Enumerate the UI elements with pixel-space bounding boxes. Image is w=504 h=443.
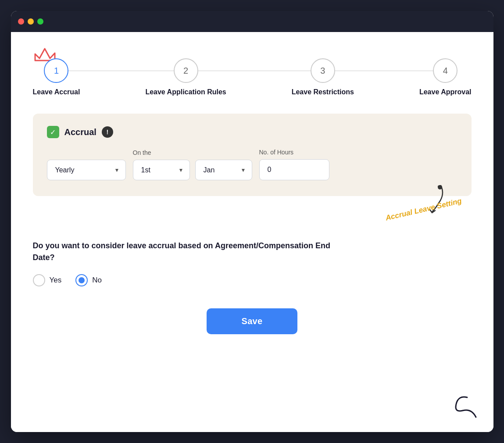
step-4[interactable]: 4 Leave Approval (419, 58, 472, 96)
accrual-fields: Daily Weekly Monthly Yearly ▼ On the (47, 149, 458, 180)
save-button[interactable]: Save (207, 308, 298, 334)
step-circle-3: 3 (311, 58, 335, 83)
frequency-field: Daily Weekly Monthly Yearly ▼ (47, 160, 126, 180)
radio-label-yes: Yes (50, 276, 62, 285)
radio-circle-yes (33, 274, 45, 286)
frequency-select[interactable]: Daily Weekly Monthly Yearly (47, 160, 126, 180)
info-icon[interactable]: ! (102, 126, 113, 138)
step-label-2: Leave Application Rules (145, 88, 226, 96)
accrual-checkbox[interactable]: ✓ (47, 126, 59, 138)
hours-field: No. of Hours (259, 149, 329, 180)
close-button[interactable] (18, 18, 24, 25)
maximize-button[interactable] (37, 18, 43, 25)
app-window: 1 Leave Accrual 2 Leave Application Rule… (11, 11, 493, 432)
hours-label: No. of Hours (259, 149, 329, 156)
radio-circle-no (75, 274, 88, 286)
day-select-wrapper: 1st 2nd 3rd 4th 5th 10th 15th 20th 25th … (133, 160, 190, 180)
minimize-button[interactable] (28, 18, 34, 25)
stepper: 1 Leave Accrual 2 Leave Application Rule… (33, 58, 472, 96)
on-the-field: On the 1st 2nd 3rd 4th 5th 10th 15th (133, 149, 252, 180)
step-label-3: Leave Restrictions (292, 88, 354, 96)
step-circle-4: 4 (433, 58, 458, 83)
radio-no[interactable]: No (75, 274, 102, 286)
annotation-area: Accrual Leave Setting (415, 181, 450, 218)
main-content: 1 Leave Accrual 2 Leave Application Rule… (11, 32, 493, 432)
question-text: Do you want to consider leave accrual ba… (33, 240, 331, 264)
accrual-panel: ✓ Accrual ! Daily Weekly Monthly Yearly … (33, 114, 472, 196)
stepper-line (68, 71, 436, 71)
titlebar (11, 11, 493, 32)
save-button-wrapper: Save (33, 308, 472, 334)
month-select-wrapper: Jan Feb Mar Apr May Jun Jul Aug Sep Oct (195, 160, 252, 180)
accrual-header: ✓ Accrual ! (47, 126, 458, 138)
on-the-label: On the (133, 149, 252, 156)
step-1[interactable]: 1 Leave Accrual (33, 58, 80, 96)
bottom-curl-decoration (445, 386, 480, 423)
question-section: Do you want to consider leave accrual ba… (33, 236, 472, 300)
month-select[interactable]: Jan Feb Mar Apr May Jun Jul Aug Sep Oct (195, 160, 252, 180)
frequency-select-wrapper: Daily Weekly Monthly Yearly ▼ (47, 160, 126, 180)
radio-yes[interactable]: Yes (33, 274, 62, 286)
step-label-4: Leave Approval (419, 88, 472, 96)
step-circle-1: 1 (44, 58, 68, 83)
radio-group: Yes No (33, 274, 472, 286)
step-circle-2: 2 (174, 58, 198, 83)
hours-input[interactable] (259, 159, 329, 180)
day-select[interactable]: 1st 2nd 3rd 4th 5th 10th 15th 20th 25th … (133, 160, 190, 180)
step-3[interactable]: 3 Leave Restrictions (292, 58, 354, 96)
radio-label-no: No (92, 276, 102, 285)
step-label-1: Leave Accrual (33, 88, 80, 96)
accrual-title: Accrual (64, 127, 97, 137)
step-2[interactable]: 2 Leave Application Rules (145, 58, 226, 96)
